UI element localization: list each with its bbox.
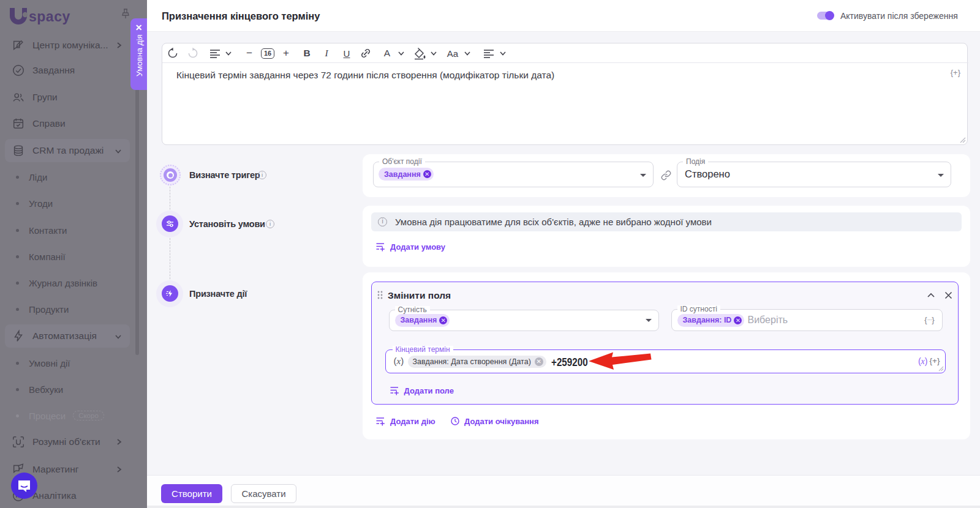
svg-text:spacy: spacy: [29, 9, 70, 24]
